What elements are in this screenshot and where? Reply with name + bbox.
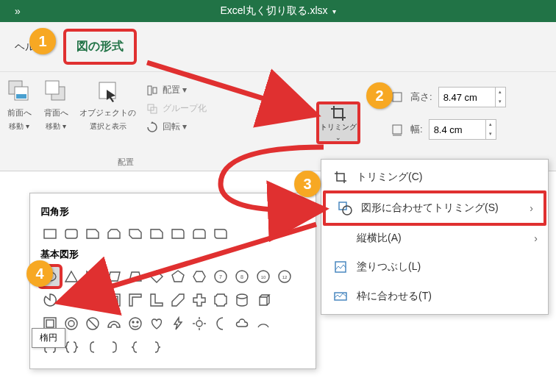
shape-snip-2[interactable] xyxy=(104,224,124,243)
svg-rect-33 xyxy=(46,320,54,327)
fill-icon xyxy=(333,260,348,274)
svg-rect-18 xyxy=(44,229,56,238)
basic-shapes-row-1: 7 8 10 12 xyxy=(40,267,305,286)
shape-tooltip: 楕円 xyxy=(32,328,65,348)
shape-block-arc[interactable] xyxy=(104,314,124,333)
crop-icon xyxy=(333,170,348,185)
svg-rect-6 xyxy=(148,86,152,95)
spinner-down[interactable]: ▾ xyxy=(485,129,496,139)
shape-trapezoid[interactable] xyxy=(126,267,145,286)
send-backward-button[interactable]: 背面へ 移動 ▾ xyxy=(43,78,69,132)
shape-diag-stripe[interactable] xyxy=(168,291,188,310)
shape-pentagon[interactable] xyxy=(168,267,188,286)
shape-dodecagon[interactable]: 12 xyxy=(275,267,294,286)
shape-heart[interactable] xyxy=(147,314,166,333)
shape-right-bracket[interactable] xyxy=(104,338,124,357)
shape-round-2[interactable] xyxy=(190,224,209,243)
title-bar: » Excel丸く切り取る.xlsx ▾ xyxy=(0,0,556,22)
svg-rect-30 xyxy=(110,296,118,304)
basic-shapes-row-3 xyxy=(40,314,305,333)
group-button[interactable]: グループ化 xyxy=(146,102,207,115)
shape-half-frame[interactable] xyxy=(126,291,145,310)
width-input[interactable]: 8.4 cm▴▾ xyxy=(429,119,496,140)
svg-point-40 xyxy=(137,321,138,323)
shape-no[interactable] xyxy=(83,314,102,333)
fit-icon xyxy=(333,289,348,304)
shape-right-triangle[interactable] xyxy=(83,267,102,286)
shape-left-brace[interactable] xyxy=(126,338,145,357)
annotation-badge-1: 1 xyxy=(29,28,56,54)
shape-octagon[interactable]: 8 xyxy=(232,267,252,286)
svg-point-35 xyxy=(68,321,74,327)
spinner-down[interactable]: ▾ xyxy=(495,97,505,107)
svg-rect-19 xyxy=(65,229,77,238)
shape-plus[interactable] xyxy=(190,291,209,310)
basic-shapes-row-4 xyxy=(40,338,305,357)
width-label: 幅: xyxy=(410,123,423,136)
chevron-icon: » xyxy=(15,5,21,17)
tab-picture-format[interactable]: 図の形式 xyxy=(63,29,137,65)
shape-pie[interactable] xyxy=(40,291,60,310)
shape-left-bracket[interactable] xyxy=(83,338,102,357)
svg-point-38 xyxy=(129,318,141,329)
menu-fill[interactable]: 塗りつぶし(L) xyxy=(321,252,548,282)
svg-text:8: 8 xyxy=(240,274,243,279)
shape-smiley[interactable] xyxy=(126,314,145,333)
shape-cube[interactable] xyxy=(254,291,273,310)
shape-right-brace[interactable] xyxy=(147,338,166,357)
shape-plaque[interactable] xyxy=(211,291,230,310)
shape-snip-diag[interactable] xyxy=(126,224,145,243)
menu-crop[interactable]: トリミング(C) xyxy=(321,163,548,192)
menu-crop-to-shape[interactable]: 図形に合わせてトリミング(S) › xyxy=(323,190,546,226)
shape-chord[interactable] xyxy=(62,291,81,310)
crop-icon xyxy=(329,104,347,122)
annotation-badge-4: 4 xyxy=(26,260,53,287)
svg-point-41 xyxy=(196,321,202,327)
menu-fit[interactable]: 枠に合わせる(T) xyxy=(321,282,548,311)
svg-text:10: 10 xyxy=(261,275,266,279)
shape-parallelogram[interactable] xyxy=(104,267,124,286)
shape-frame[interactable] xyxy=(104,291,124,310)
title-dropdown-icon[interactable]: ▾ xyxy=(332,7,336,15)
shape-moon[interactable] xyxy=(211,314,230,333)
shape-gallery: 四角形 基本図形 7 8 10 12 xyxy=(29,193,316,369)
shape-hexagon[interactable] xyxy=(190,267,209,286)
trimming-button[interactable]: トリミング ⌄ xyxy=(316,101,360,144)
shape-rectangle[interactable] xyxy=(40,224,60,243)
svg-point-31 xyxy=(237,294,247,299)
shape-rounded-rect[interactable] xyxy=(62,224,81,243)
shape-triangle[interactable] xyxy=(62,267,81,286)
rotate-button[interactable]: 回転 ▾ xyxy=(146,121,207,133)
svg-text:7: 7 xyxy=(219,274,222,279)
menu-aspect-ratio[interactable]: 縦横比(A) › xyxy=(321,224,548,252)
shape-snip-round[interactable] xyxy=(147,224,166,243)
svg-line-37 xyxy=(88,319,97,328)
shape-round-1[interactable] xyxy=(168,224,188,243)
height-input[interactable]: 8.47 cm▴▾ xyxy=(438,87,506,107)
trimming-menu: トリミング(C) 図形に合わせてトリミング(S) › 縦横比(A) › 塗りつぶ… xyxy=(321,159,549,315)
arrange-group-label: 配置 xyxy=(118,157,134,168)
svg-rect-4 xyxy=(46,81,59,94)
align-button[interactable]: 配置 ▾ xyxy=(146,84,207,96)
svg-point-34 xyxy=(65,318,77,329)
shape-heptagon[interactable]: 7 xyxy=(211,267,230,286)
spinner-up[interactable]: ▴ xyxy=(485,120,496,129)
shape-arc[interactable] xyxy=(254,314,273,333)
shape-sun[interactable] xyxy=(190,314,209,333)
window-title: Excel丸く切り取る.xlsx xyxy=(220,4,327,18)
chevron-right-icon: › xyxy=(534,232,538,244)
svg-rect-12 xyxy=(393,125,402,134)
shape-snip-1[interactable] xyxy=(83,224,102,243)
shape-cloud[interactable] xyxy=(232,314,252,333)
selection-pane-button[interactable]: オブジェクトの 選択と表示 xyxy=(79,78,136,132)
shape-teardrop[interactable] xyxy=(83,291,102,310)
shape-l[interactable] xyxy=(147,291,166,310)
shape-can[interactable] xyxy=(232,291,252,310)
bring-forward-button[interactable]: 前面へ 移動 ▾ xyxy=(6,78,32,132)
shape-round-diag[interactable] xyxy=(211,224,230,243)
shape-lightning[interactable] xyxy=(168,314,188,333)
ribbon: 前面へ 移動 ▾ 背面へ 移動 ▾ オブジェクトの 選択と表示 配置 ▾ グルー… xyxy=(0,72,556,171)
shape-decagon[interactable]: 10 xyxy=(254,267,273,286)
spinner-up[interactable]: ▴ xyxy=(495,88,505,97)
shape-diamond[interactable] xyxy=(147,267,166,286)
